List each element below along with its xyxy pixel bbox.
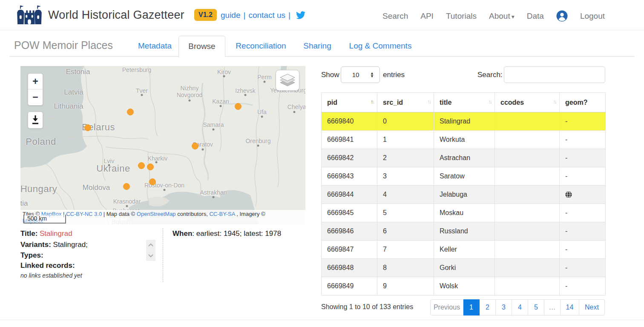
nav-api[interactable]: API	[420, 11, 434, 21]
tab-log-comments[interactable]: Log & Comments	[346, 36, 415, 56]
city-dot	[202, 149, 204, 151]
search-label: Search:	[477, 71, 503, 79]
nav-search[interactable]: Search	[382, 11, 408, 21]
city-dot	[261, 116, 263, 118]
col-ccodes[interactable]: ccodes↑↓	[495, 93, 560, 112]
place-marker[interactable]	[149, 178, 156, 185]
table-row[interactable]: 66698488Gorki-	[322, 259, 606, 277]
license-link[interactable]: CC-BY-NC 3.0	[66, 211, 102, 217]
place-marker[interactable]	[192, 143, 198, 149]
city-dot	[126, 205, 128, 207]
header-links: guide|contact us|	[221, 11, 305, 20]
map-place-label: Ukraine	[96, 163, 130, 174]
download-map-button[interactable]	[28, 112, 43, 129]
download-icon	[31, 115, 40, 125]
guide-link[interactable]: guide	[221, 11, 241, 20]
detail-when-value: : earliest: 1945; latest: 1978	[192, 229, 281, 238]
map-place-label: Ufa	[257, 109, 267, 115]
map-place-label: Orenburg	[245, 138, 270, 144]
twitter-icon[interactable]	[296, 11, 305, 19]
detail-when-line: When: earliest: 1945; latest: 1978	[172, 229, 281, 238]
page-1[interactable]: 1	[463, 299, 480, 316]
map-labels-layer: PetersburgKirovPermEstoniaLatviaTverNizh…	[20, 66, 305, 224]
table-row[interactable]: 66698466Russland-	[322, 222, 606, 241]
zoom-in-button[interactable]: +	[28, 74, 43, 89]
sort-icon: ↑↓	[427, 98, 430, 105]
nav-data[interactable]: Data	[527, 11, 544, 21]
ccbysa-link[interactable]: CC-BY-SA	[209, 211, 235, 217]
page-previous[interactable]: Previous	[430, 299, 463, 316]
entries-label: entries	[383, 71, 405, 79]
table-row[interactable]: 66698455Moskau-	[322, 204, 606, 222]
city-dot	[264, 81, 266, 83]
detail-title-value: Stalingrad	[40, 229, 72, 238]
tab-browse[interactable]: Browse	[178, 36, 225, 57]
link-separator: |	[288, 11, 290, 20]
detail-divider	[163, 228, 163, 282]
table-header-row: pid↑↓ src_id↑↓ title↑↓ ccodes↑↓ geom?	[322, 93, 606, 112]
col-geom[interactable]: geom?	[560, 93, 606, 112]
map-place-label: Hungary	[20, 184, 57, 195]
col-src-id[interactable]: src_id↑↓	[377, 93, 434, 112]
page-3[interactable]: 3	[496, 299, 512, 316]
city-dot	[220, 105, 222, 107]
table-row[interactable]: 66698411Workuta-	[322, 131, 606, 149]
page-2[interactable]: 2	[480, 299, 496, 316]
tab-sharing[interactable]: Sharing	[298, 36, 336, 56]
place-marker[interactable]	[147, 164, 154, 170]
map[interactable]: PetersburgKirovPermEstoniaLatviaTverNizh…	[20, 66, 305, 224]
place-marker[interactable]	[138, 162, 145, 169]
zoom-out-button[interactable]: −	[28, 89, 43, 105]
table-search-input[interactable]	[504, 66, 605, 83]
city-dot	[164, 189, 166, 191]
place-marker[interactable]	[84, 124, 91, 131]
place-detail-panel: Title: Stalingrad Variants: Stalingrad; …	[20, 228, 306, 284]
place-marker[interactable]	[127, 109, 134, 115]
col-title[interactable]: title↑↓	[434, 93, 495, 112]
tab-metadata[interactable]: Metadata	[132, 36, 178, 56]
table-row[interactable]: 66698444Jelabuga	[322, 186, 606, 204]
col-pid[interactable]: pid↑↓	[322, 93, 377, 112]
city-dot	[213, 129, 215, 131]
place-marker[interactable]	[235, 103, 242, 110]
tab-bar: POW Memoir Places Metadata Browse Reconc…	[9, 36, 635, 57]
map-place-label: Chelyabinsk	[288, 103, 305, 110]
table-row[interactable]: 66698499Wolsk-	[322, 277, 606, 295]
chevron-up-icon[interactable]	[148, 243, 154, 247]
place-marker[interactable]	[123, 183, 130, 190]
map-place-label: Novgorod	[177, 92, 203, 98]
entries-select-value: 10	[341, 71, 370, 78]
chevron-down-icon[interactable]	[148, 254, 154, 258]
bottom-divider	[0, 320, 644, 320]
entries-select[interactable]: 10 ▲▼	[341, 66, 380, 83]
map-place-label: Kirov	[217, 69, 231, 75]
page-14[interactable]: 14	[561, 299, 579, 316]
map-place-label: Nizhny	[181, 85, 199, 92]
map-place-label: Latvia	[64, 88, 83, 97]
table-row[interactable]: 66698433Saratow-	[322, 167, 606, 186]
layers-control-button[interactable]	[276, 70, 299, 91]
map-place-label: Estonia	[66, 68, 90, 76]
select-arrows-icon: ▲▼	[370, 72, 377, 78]
city-dot	[189, 100, 191, 102]
detail-linked-line: Linked records:	[20, 261, 75, 270]
show-label: Show	[321, 71, 339, 79]
osm-link[interactable]: OpenStreetMap	[137, 211, 176, 217]
page-next[interactable]: Next	[579, 299, 605, 316]
table-row[interactable]: 66698477Keller-	[322, 241, 606, 259]
nav-tutorials[interactable]: Tutorials	[446, 11, 477, 21]
page-5[interactable]: 5	[528, 299, 544, 316]
map-place-label: Izhevsk	[235, 87, 255, 94]
contact-link[interactable]: contact us	[248, 11, 285, 20]
table-row[interactable]: 66698400Stalingrad-	[322, 112, 606, 131]
detail-no-links-note: no links established yet	[20, 272, 82, 279]
table-row[interactable]: 66698422Astrachan-	[322, 149, 606, 167]
nav-logout[interactable]: Logout	[580, 11, 605, 21]
tab-reconciliation[interactable]: Reconciliation	[233, 36, 289, 56]
map-place-label: Lviv	[104, 158, 115, 164]
user-avatar-icon[interactable]	[556, 10, 568, 22]
detail-scroll-control[interactable]	[146, 240, 155, 261]
map-place-label: Lithuania	[54, 102, 83, 111]
nav-about-dropdown[interactable]: About▾	[489, 11, 515, 21]
page-4[interactable]: 4	[512, 299, 528, 316]
